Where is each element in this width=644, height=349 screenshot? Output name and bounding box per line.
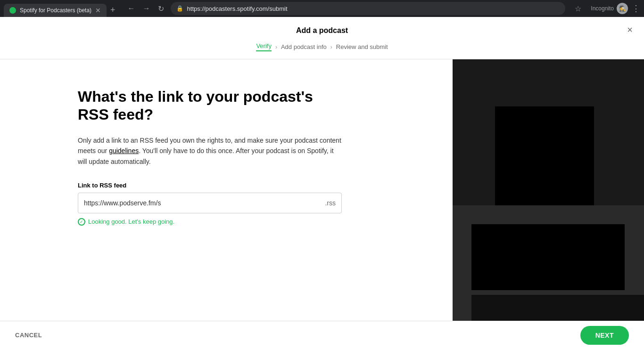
back-button[interactable]: ←	[125, 2, 138, 15]
close-modal-button[interactable]: ×	[627, 24, 633, 35]
bookmark-button[interactable]: ☆	[573, 2, 583, 15]
rss-input[interactable]	[84, 199, 325, 207]
rss-suffix: .rss	[325, 199, 336, 207]
address-bar[interactable]: 🔒 https://podcasters.spotify.com/submit	[171, 2, 566, 15]
chevron-2-icon: ›	[330, 44, 332, 50]
validation-text: Looking good. Let's keep going.	[88, 218, 174, 225]
incognito-area: Incognito 🕵	[591, 3, 628, 14]
panel-image-2	[471, 224, 625, 290]
tab-favicon	[9, 7, 16, 14]
guidelines-link[interactable]: guidelines	[109, 147, 139, 154]
tab-title: Spotify for Podcasters (beta)	[20, 7, 91, 14]
forward-button[interactable]: →	[140, 2, 153, 15]
main-content: What's the link to your podcast's RSS fe…	[0, 59, 644, 321]
chevron-1-icon: ›	[275, 44, 277, 50]
browser-titlebar: Spotify for Podcasters (beta) ✕ + ← → ↻ …	[0, 0, 644, 17]
tab-close-button[interactable]: ✕	[95, 7, 101, 14]
footer: CANCEL NEXT	[0, 321, 644, 349]
form-description: Only add a link to an RSS feed you own t…	[78, 135, 342, 167]
page-wrapper: Add a podcast × Verify › Add podcast inf…	[0, 17, 644, 349]
panel-image-3	[471, 295, 644, 321]
rss-input-wrapper: .rss	[78, 193, 342, 213]
new-tab-button[interactable]: +	[108, 3, 117, 17]
lock-icon: 🔒	[176, 5, 183, 12]
form-heading: What's the link to your podcast's RSS fe…	[78, 88, 323, 124]
modal-header: Add a podcast × Verify › Add podcast inf…	[0, 17, 644, 59]
right-panel	[453, 59, 644, 321]
modal-title: Add a podcast	[0, 26, 644, 35]
next-button[interactable]: NEXT	[580, 326, 629, 345]
check-circle-icon	[78, 218, 85, 226]
incognito-icon: 🕵	[617, 3, 628, 14]
step-add-podcast-info[interactable]: Add podcast info	[281, 43, 327, 50]
field-label: Link to RSS feed	[78, 182, 415, 189]
browser-menu-button[interactable]: ⋮	[632, 3, 640, 14]
incognito-label: Incognito	[591, 5, 614, 12]
panel-image-1	[495, 106, 594, 205]
validation-message: Looking good. Let's keep going.	[78, 218, 415, 226]
step-review-submit[interactable]: Review and submit	[336, 43, 388, 50]
browser-actions: ☆	[573, 2, 583, 15]
browser-controls: ← → ↻	[125, 2, 167, 15]
steps-bar: Verify › Add podcast info › Review and s…	[0, 42, 644, 59]
form-area: What's the link to your podcast's RSS fe…	[0, 59, 453, 321]
step-verify[interactable]: Verify	[256, 42, 272, 51]
active-tab[interactable]: Spotify for Podcasters (beta) ✕	[4, 4, 107, 17]
reload-button[interactable]: ↻	[155, 2, 167, 15]
url-text: https://podcasters.spotify.com/submit	[187, 5, 560, 12]
cancel-button[interactable]: CANCEL	[15, 332, 42, 339]
tab-area: Spotify for Podcasters (beta) ✕ +	[4, 0, 117, 17]
